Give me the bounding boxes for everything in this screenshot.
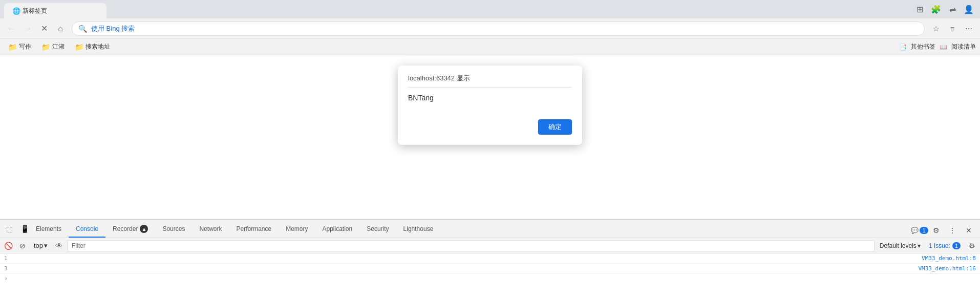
search-icon: 🔍 bbox=[78, 25, 87, 33]
page-content: localhost:63342 显示 BNTang 确定 bbox=[0, 55, 980, 219]
tab-security[interactable]: Security bbox=[359, 221, 396, 238]
issues-num-badge: 1 bbox=[952, 242, 961, 249]
more-button[interactable]: ⋯ bbox=[962, 22, 976, 36]
devtools-more-button[interactable]: ⋮ bbox=[945, 223, 960, 238]
favorites-button[interactable]: ☆ bbox=[929, 22, 943, 36]
alert-dialog: localhost:63342 显示 BNTang 确定 bbox=[398, 66, 582, 145]
context-label: top bbox=[34, 242, 43, 249]
address-input[interactable] bbox=[91, 25, 918, 32]
forward-button[interactable]: → bbox=[20, 22, 35, 36]
tab-recorder[interactable]: Recorder ▲ bbox=[105, 221, 155, 238]
collections-button[interactable]: ≡ bbox=[945, 22, 960, 36]
tab-network[interactable]: Network bbox=[192, 221, 229, 238]
tab-bar: 🌐 新标签页 ⊞ 🧩 ⇌ 👤 bbox=[0, 0, 980, 18]
alert-dialog-message: BNTang bbox=[408, 94, 434, 102]
console-row: 1 VM33_demo.html:8 bbox=[0, 253, 980, 264]
clear-console-button[interactable]: 🚫 bbox=[2, 240, 14, 252]
bookmarks-bar: 📁 写作 📁 江湖 📁 搜索地址 📑 其他书签 📖 阅读清单 bbox=[0, 39, 980, 55]
eye-button[interactable]: 👁 bbox=[53, 240, 65, 252]
tab-memory[interactable]: Memory bbox=[279, 221, 315, 238]
devtools-close-button[interactable]: ✕ bbox=[962, 223, 976, 238]
console-output: 1 VM33_demo.html:8 3 VM33_demo.html:16 › bbox=[0, 253, 980, 298]
recorder-badge: ▲ bbox=[140, 225, 148, 233]
alert-dialog-origin: localhost:63342 显示 bbox=[408, 74, 470, 82]
tab-elements[interactable]: Elements bbox=[29, 221, 69, 238]
reading-list-icon: 📖 bbox=[940, 44, 947, 51]
extensions-icon-1[interactable]: ⊞ bbox=[912, 2, 927, 16]
tab-lighthouse[interactable]: Lighthouse bbox=[396, 221, 441, 238]
browser-chrome: 🌐 新标签页 ⊞ 🧩 ⇌ 👤 ← → ✕ ⌂ 🔍 ☆ ≡ ⋯ 📁 bbox=[0, 0, 980, 55]
extensions-icon-3[interactable]: ⇌ bbox=[945, 2, 960, 16]
show-errors-button[interactable]: ⊘ bbox=[16, 240, 29, 252]
filter-input[interactable] bbox=[67, 240, 875, 251]
reload-button[interactable]: ✕ bbox=[37, 22, 51, 36]
extensions-icon-2[interactable]: 🧩 bbox=[929, 2, 943, 16]
devtools-settings-button[interactable]: ⚙ bbox=[929, 223, 943, 238]
default-levels-button[interactable]: Default levels ▾ bbox=[877, 241, 924, 250]
alert-dialog-body: BNTang bbox=[408, 94, 572, 109]
bookmark-label: 写作 bbox=[19, 42, 31, 51]
home-button[interactable]: ⌂ bbox=[53, 22, 68, 36]
browser-tab[interactable]: 🌐 新标签页 bbox=[4, 3, 106, 18]
alert-dialog-header: localhost:63342 显示 bbox=[408, 74, 572, 88]
chevron-down-icon-2: ▾ bbox=[918, 242, 921, 249]
address-bar: 🔍 bbox=[72, 22, 925, 36]
devtools-tab-bar: ⬚ 📱 Elements Console Recorder ▲ Sources … bbox=[0, 220, 980, 238]
chevron-down-icon: ▾ bbox=[44, 242, 48, 249]
bookmark-jianghu[interactable]: 📁 江湖 bbox=[37, 41, 69, 52]
default-levels-label: Default levels bbox=[880, 242, 917, 249]
toolbar-right: ☆ ≡ ⋯ bbox=[929, 22, 976, 36]
folder-icon: 📁 bbox=[8, 43, 17, 51]
tab-title: 新标签页 bbox=[23, 7, 47, 15]
issues-badge: 1 bbox=[920, 227, 928, 234]
issues-count-button[interactable]: 1 Issue: 1 bbox=[926, 241, 964, 250]
tab-favicon: 🌐 bbox=[12, 7, 20, 15]
console-source-link[interactable]: VM33_demo.html:16 bbox=[918, 265, 976, 272]
devtools-tab-right: 💬 1 ⚙ ⋮ ✕ bbox=[912, 223, 980, 238]
alert-dialog-footer: 确定 bbox=[408, 119, 572, 135]
bookmarks-bar-right: 📑 其他书签 📖 阅读清单 bbox=[899, 42, 976, 51]
bookmark-label: 搜索地址 bbox=[86, 42, 110, 51]
folder-icon: 📁 bbox=[41, 43, 50, 51]
other-bookmarks-icon: 📑 bbox=[899, 44, 907, 51]
console-source-link[interactable]: VM33_demo.html:8 bbox=[922, 255, 976, 262]
tab-application[interactable]: Application bbox=[315, 221, 360, 238]
alert-confirm-button[interactable]: 确定 bbox=[538, 119, 572, 135]
console-toolbar: 🚫 ⊘ top ▾ 👁 Default levels ▾ 1 Issue: 1 … bbox=[0, 238, 980, 253]
tab-performance[interactable]: Performance bbox=[229, 221, 279, 238]
reading-list-label[interactable]: 阅读清单 bbox=[951, 42, 976, 51]
profile-icon[interactable]: 👤 bbox=[962, 2, 976, 16]
prompt-icon: › bbox=[4, 275, 8, 282]
console-toolbar-right: Default levels ▾ 1 Issue: 1 ⚙ bbox=[877, 240, 978, 252]
bookmark-label: 江湖 bbox=[52, 42, 65, 51]
device-toolbar-button[interactable]: 📱 bbox=[17, 222, 32, 236]
tab-console[interactable]: Console bbox=[69, 221, 105, 238]
inspect-element-button[interactable]: ⬚ bbox=[2, 222, 16, 236]
bookmark-writing[interactable]: 📁 写作 bbox=[4, 41, 35, 52]
folder-icon: 📁 bbox=[75, 43, 83, 51]
console-prompt-row: › bbox=[0, 274, 980, 283]
nav-bar: ← → ✕ ⌂ 🔍 ☆ ≡ ⋯ bbox=[0, 18, 980, 39]
issues-text: 1 Issue: bbox=[929, 242, 950, 249]
tab-sources[interactable]: Sources bbox=[155, 221, 192, 238]
console-settings-button[interactable]: ⚙ bbox=[966, 240, 978, 252]
context-selector[interactable]: top ▾ bbox=[31, 241, 51, 250]
issues-button[interactable]: 💬 1 bbox=[912, 223, 927, 238]
bookmark-search-address[interactable]: 📁 搜索地址 bbox=[71, 41, 114, 52]
console-line-number: 3 bbox=[4, 265, 19, 272]
other-bookmarks-label[interactable]: 其他书签 bbox=[911, 42, 935, 51]
console-row: 3 VM33_demo.html:16 bbox=[0, 264, 980, 274]
console-line-number: 1 bbox=[4, 255, 19, 262]
back-button[interactable]: ← bbox=[4, 22, 18, 36]
devtools-panel: ⬚ 📱 Elements Console Recorder ▲ Sources … bbox=[0, 219, 980, 298]
